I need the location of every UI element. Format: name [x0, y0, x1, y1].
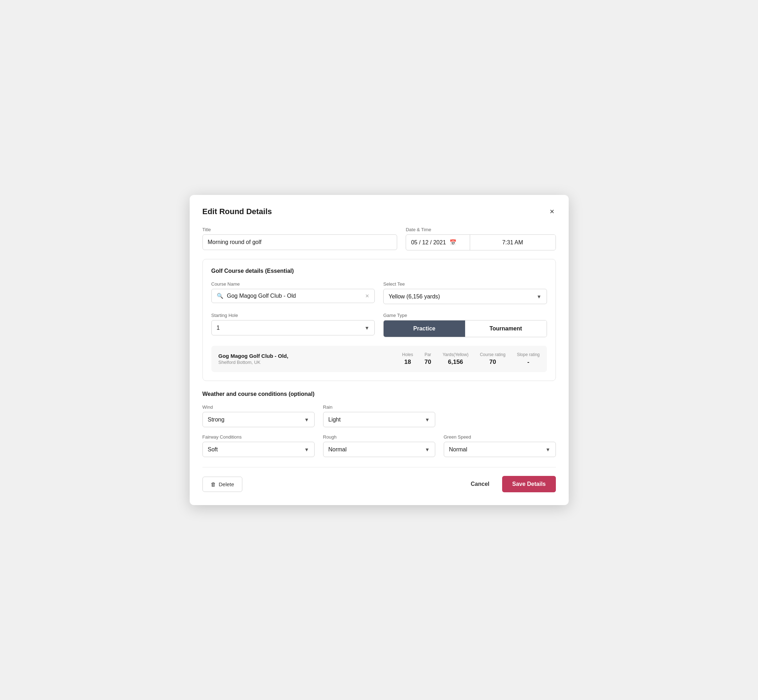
select-tee-wrap[interactable]: Yellow (6,156 yards) White Red Blue ▼ — [383, 289, 547, 304]
select-tee-group: Select Tee Yellow (6,156 yards) White Re… — [383, 281, 547, 304]
title-label: Title — [202, 227, 398, 232]
weather-section: Weather and course conditions (optional)… — [202, 391, 556, 457]
rain-group: Rain NoneLightModerateHeavy ▼ — [323, 405, 435, 427]
weather-section-title: Weather and course conditions (optional) — [202, 391, 556, 397]
game-type-group: Game Type Practice Tournament — [383, 312, 547, 337]
wind-select-wrap[interactable]: NoneLightModerateStrong ▼ — [202, 412, 315, 427]
course-tee-row: Course Name 🔍 ✕ Select Tee Yellow (6,156… — [211, 281, 547, 304]
rough-select-wrap[interactable]: ShortNormalLongVery Long ▼ — [323, 442, 435, 457]
golf-course-section: Golf Course details (Essential) Course N… — [202, 259, 556, 381]
rough-label: Rough — [323, 434, 435, 440]
slope-rating-stat: Slope rating - — [517, 352, 539, 366]
time-input[interactable] — [470, 235, 556, 250]
date-time-group: 05 / 12 / 2021 📅 — [406, 234, 556, 250]
green-speed-select-wrap[interactable]: SlowNormalFastVery Fast ▼ — [444, 442, 556, 457]
yards-label: Yards(Yellow) — [443, 352, 469, 357]
fairway-chevron-icon: ▼ — [304, 447, 309, 452]
course-name-group: Course Name 🔍 ✕ — [211, 281, 375, 304]
game-type-toggle: Practice Tournament — [383, 320, 547, 337]
course-stats: Holes 18 Par 70 Yards(Yellow) 6,156 Cour… — [402, 352, 539, 366]
fairway-dropdown[interactable]: FirmNormalSoftVery Soft — [208, 446, 304, 452]
cancel-button[interactable]: Cancel — [465, 477, 495, 492]
modal-title: Edit Round Details — [202, 207, 272, 216]
select-tee-dropdown[interactable]: Yellow (6,156 yards) White Red Blue — [388, 294, 537, 300]
holes-value: 18 — [404, 359, 411, 366]
rain-chevron-icon: ▼ — [425, 417, 430, 423]
hole-gametype-row: Starting Hole 1234 5678 910 ▼ Game Type … — [211, 312, 547, 337]
rough-chevron-icon: ▼ — [425, 447, 430, 452]
course-location: Shelford Bottom, UK — [219, 359, 402, 365]
course-name-label: Course Name — [211, 281, 375, 287]
course-name-search-wrap[interactable]: 🔍 ✕ — [211, 289, 375, 303]
footer-right: Cancel Save Details — [465, 476, 556, 492]
green-speed-dropdown[interactable]: SlowNormalFastVery Fast — [449, 446, 545, 452]
course-name-input[interactable] — [227, 293, 362, 299]
tournament-button[interactable]: Tournament — [465, 320, 547, 337]
date-value: 05 / 12 / 2021 — [411, 239, 446, 246]
edit-round-modal: Edit Round Details × Title Date & Time 0… — [190, 195, 568, 505]
course-rating-value: 70 — [489, 359, 496, 366]
practice-button[interactable]: Practice — [384, 320, 465, 337]
select-tee-label: Select Tee — [383, 281, 547, 287]
rough-dropdown[interactable]: ShortNormalLongVery Long — [329, 446, 425, 452]
course-info-name-area: Gog Magog Golf Club - Old, Shelford Bott… — [219, 353, 402, 365]
yards-value: 6,156 — [448, 359, 464, 366]
golf-section-title: Golf Course details (Essential) — [211, 268, 547, 274]
yards-stat: Yards(Yellow) 6,156 — [443, 352, 469, 366]
trash-icon: 🗑 — [211, 481, 216, 487]
holes-stat: Holes 18 — [402, 352, 413, 366]
starting-hole-label: Starting Hole — [211, 312, 375, 318]
search-icon: 🔍 — [217, 293, 224, 299]
fairway-select-wrap[interactable]: FirmNormalSoftVery Soft ▼ — [202, 442, 315, 457]
wind-rain-row: Wind NoneLightModerateStrong ▼ Rain None… — [202, 405, 556, 427]
wind-group: Wind NoneLightModerateStrong ▼ — [202, 405, 315, 427]
title-datetime-row: Title Date & Time 05 / 12 / 2021 📅 — [202, 227, 556, 250]
delete-button[interactable]: 🗑 Delete — [202, 477, 242, 492]
wind-label: Wind — [202, 405, 315, 410]
slope-rating-label: Slope rating — [517, 352, 539, 357]
slope-rating-value: - — [528, 359, 529, 366]
par-label: Par — [424, 352, 431, 357]
game-type-label: Game Type — [383, 312, 547, 318]
wind-chevron-icon: ▼ — [304, 417, 309, 423]
title-group: Title — [202, 227, 398, 250]
fairway-rough-green-row: Fairway Conditions FirmNormalSoftVery So… — [202, 434, 556, 457]
rain-label: Rain — [323, 405, 435, 410]
green-speed-chevron-icon: ▼ — [545, 447, 551, 452]
modal-header: Edit Round Details × — [202, 206, 556, 217]
close-button[interactable]: × — [548, 206, 556, 217]
tee-chevron-icon: ▼ — [537, 294, 542, 300]
holes-label: Holes — [402, 352, 413, 357]
starting-hole-wrap[interactable]: 1234 5678 910 ▼ — [211, 320, 375, 336]
calendar-icon: 📅 — [449, 239, 457, 246]
datetime-label: Date & Time — [406, 227, 556, 232]
rain-dropdown[interactable]: NoneLightModerateHeavy — [329, 417, 425, 423]
par-value: 70 — [424, 359, 431, 366]
green-speed-group: Green Speed SlowNormalFastVery Fast ▼ — [444, 434, 556, 457]
course-rating-label: Course rating — [480, 352, 505, 357]
clear-icon[interactable]: ✕ — [365, 293, 370, 299]
starting-hole-group: Starting Hole 1234 5678 910 ▼ — [211, 312, 375, 337]
course-full-name: Gog Magog Golf Club - Old, — [219, 353, 402, 359]
course-rating-stat: Course rating 70 — [480, 352, 505, 366]
fairway-label: Fairway Conditions — [202, 434, 315, 440]
date-input-area[interactable]: 05 / 12 / 2021 📅 — [406, 235, 469, 250]
starting-hole-dropdown[interactable]: 1234 5678 910 — [217, 325, 365, 331]
course-info-bar: Gog Magog Golf Club - Old, Shelford Bott… — [211, 346, 547, 372]
rain-select-wrap[interactable]: NoneLightModerateHeavy ▼ — [323, 412, 435, 427]
wind-dropdown[interactable]: NoneLightModerateStrong — [208, 417, 304, 423]
par-stat: Par 70 — [424, 352, 431, 366]
green-speed-label: Green Speed — [444, 434, 556, 440]
hole-chevron-icon: ▼ — [365, 325, 370, 331]
footer-row: 🗑 Delete Cancel Save Details — [202, 467, 556, 492]
delete-label: Delete — [219, 481, 234, 487]
title-input[interactable] — [202, 234, 398, 250]
fairway-group: Fairway Conditions FirmNormalSoftVery So… — [202, 434, 315, 457]
save-button[interactable]: Save Details — [502, 476, 556, 492]
datetime-group: Date & Time 05 / 12 / 2021 📅 — [406, 227, 556, 250]
rough-group: Rough ShortNormalLongVery Long ▼ — [323, 434, 435, 457]
